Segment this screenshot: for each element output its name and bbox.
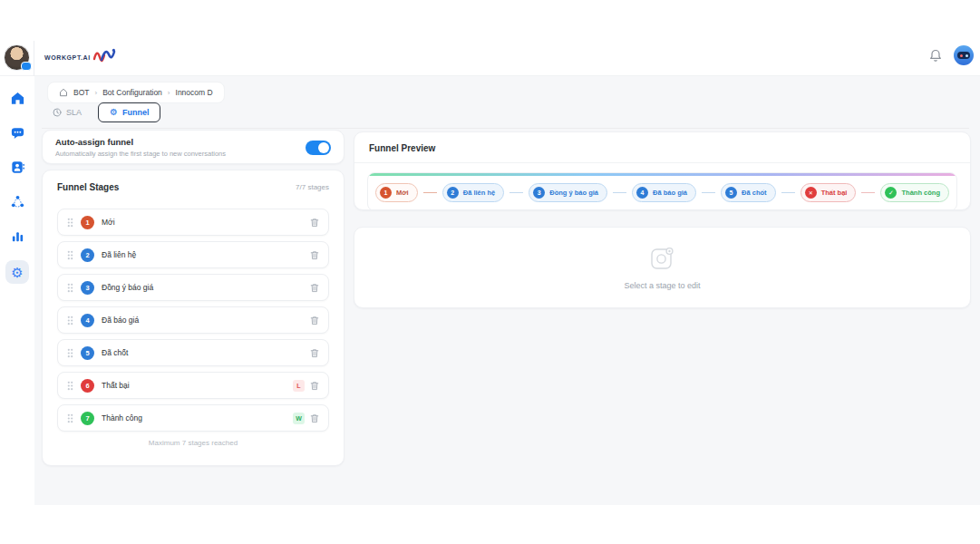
trash-icon[interactable] [310, 218, 319, 228]
preview-pill-dong-y-bao-gia[interactable]: 3 Đồng ý báo giá [529, 183, 607, 202]
user-avatar[interactable] [4, 44, 30, 71]
stage-label: Đã liên hệ [102, 250, 136, 259]
stage-row-da-bao-gia[interactable]: 4 Đã báo giá [57, 306, 329, 334]
stage-row-moi[interactable]: 1 Mới [57, 209, 329, 236]
stage-row-dong-y-bao-gia[interactable]: 3 Đồng ý báo giá [57, 274, 329, 301]
bot-avatar-icon[interactable] [954, 45, 974, 65]
auto-assign-card: Auto-assign funnel Automatically assign … [42, 130, 344, 164]
stage-label: Đã báo giá [102, 316, 139, 325]
drag-handle-icon[interactable] [67, 381, 73, 391]
bell-icon[interactable] [928, 48, 943, 63]
trash-icon[interactable] [310, 381, 319, 391]
trash-icon[interactable] [310, 413, 319, 423]
sidebar-nav: ⚙ [0, 76, 34, 505]
sidebar-item-settings[interactable]: ⚙ [5, 260, 29, 284]
stage-label: Đã chốt [102, 348, 128, 357]
cross-icon: ✕ [805, 187, 817, 199]
tab-funnel-label: Funnel [122, 108, 150, 117]
app-logo[interactable]: WORKGPT.AI [44, 47, 116, 67]
breadcrumb-separator: › [168, 89, 170, 97]
sidebar-item-home[interactable] [5, 88, 29, 112]
drag-handle-icon[interactable] [67, 283, 73, 293]
header-vertical-divider [34, 41, 34, 76]
funnel-preview-title: Funnel Preview [354, 132, 970, 162]
sidebar-item-contacts[interactable] [5, 157, 29, 180]
drag-handle-icon[interactable] [67, 316, 73, 325]
check-icon: ✓ [885, 187, 897, 199]
settings-gear-icon: ⚙ [11, 266, 23, 279]
drag-handle-icon[interactable] [67, 413, 73, 423]
preview-pills-row: 1 Mới 2 Đã liên hệ 3 Đồng ý báo giá [368, 176, 956, 210]
breadcrumb-home-icon[interactable] [59, 88, 68, 97]
breadcrumb-item-bot-configuration[interactable]: Bot Configuration [102, 88, 162, 97]
drag-handle-icon[interactable] [67, 250, 73, 260]
config-tabs: SLA ⚙ Funnel [47, 101, 160, 124]
share-network-icon [10, 194, 25, 213]
pill-number-badge: 4 [636, 187, 648, 199]
app-screen: WORKGPT.AI [0, 0, 980, 544]
stage-row-thanh-cong[interactable]: 7 Thành công W [57, 404, 329, 432]
stage-row-da-lien-he[interactable]: 2 Đã liên hệ [57, 241, 329, 268]
funnel-gear-icon: ⚙ [110, 108, 118, 117]
trash-icon[interactable] [310, 316, 319, 325]
clock-icon [53, 108, 62, 117]
chat-icon [10, 125, 25, 144]
preview-pill-da-chot[interactable]: 5 Đã chốt [721, 183, 776, 202]
trash-icon[interactable] [310, 250, 319, 260]
pill-connector [702, 192, 715, 193]
preview-pill-thanh-cong[interactable]: ✓ Thành công [880, 183, 949, 202]
stage-label: Thất bại [102, 381, 130, 390]
pill-number-badge: 2 [447, 187, 459, 199]
pill-label: Đã chốt [742, 189, 767, 197]
topbar-actions [928, 45, 974, 65]
pill-label: Thất bại [821, 189, 848, 197]
stage-row-da-chot[interactable]: 5 Đã chốt [57, 339, 329, 366]
pill-connector [861, 192, 875, 193]
funnel-stages-header: Funnel Stages 7/7 stages [43, 170, 344, 201]
preview-pill-moi[interactable]: 1 Mới [375, 183, 418, 202]
home-icon [10, 91, 25, 110]
funnel-stages-card: Funnel Stages 7/7 stages 1 Mới 2 Đã liên… [42, 170, 344, 466]
avatar-status-badge [21, 62, 32, 71]
sidebar-item-analytics[interactable] [5, 226, 29, 249]
max-stages-note: Maximum 7 stages reached [43, 439, 344, 447]
breadcrumb-item-bot[interactable]: BOT [73, 88, 89, 97]
stage-number-badge: 3 [81, 281, 94, 295]
preview-divider [354, 162, 970, 163]
drag-handle-icon[interactable] [67, 348, 73, 358]
stage-number-badge: 5 [81, 346, 94, 360]
sidebar-item-conversations[interactable] [5, 122, 29, 146]
breadcrumb-item-innocom-d[interactable]: Innocom D [176, 88, 213, 97]
trash-icon[interactable] [310, 348, 319, 358]
auto-assign-toggle[interactable] [306, 141, 331, 155]
pill-label: Đã báo giá [653, 189, 687, 197]
logo-text: WORKGPT.AI [44, 54, 91, 61]
pill-connector [509, 192, 523, 193]
funnel-stages-title: Funnel Stages [57, 182, 119, 192]
stage-number-badge: 7 [81, 412, 94, 425]
stage-label: Mới [102, 218, 115, 227]
empty-state-message: Select a stage to edit [624, 281, 700, 290]
stage-number-badge: 4 [81, 314, 94, 327]
tab-sla[interactable]: SLA [47, 103, 87, 121]
main-content: BOT › Bot Configuration › Innocom D SLA … [34, 76, 980, 505]
preview-pill-da-bao-gia[interactable]: 4 Đã báo giá [632, 183, 696, 202]
drag-handle-icon[interactable] [67, 218, 73, 228]
pill-label: Thành công [901, 189, 940, 197]
logo-swoosh-icon [92, 47, 116, 67]
pill-number-badge: 1 [380, 187, 392, 199]
tabs-divider [42, 128, 969, 129]
sidebar-item-network[interactable] [5, 191, 29, 215]
stage-row-that-bai[interactable]: 6 Thất bại L [57, 372, 329, 399]
stage-number-badge: 6 [81, 379, 94, 393]
won-tag-badge: W [293, 413, 305, 424]
bot-visor [957, 52, 970, 59]
toggle-knob [318, 142, 329, 153]
trash-icon[interactable] [310, 283, 319, 293]
tab-funnel[interactable]: ⚙ Funnel [98, 102, 160, 122]
pill-connector [613, 192, 626, 193]
preview-pill-da-lien-he[interactable]: 2 Đã liên hệ [442, 183, 504, 202]
bar-chart-icon [11, 229, 24, 247]
preview-pills-box: 1 Mới 2 Đã liên hệ 3 Đồng ý báo giá [367, 172, 957, 211]
preview-pill-that-bai[interactable]: ✕ Thất bại [800, 183, 857, 202]
